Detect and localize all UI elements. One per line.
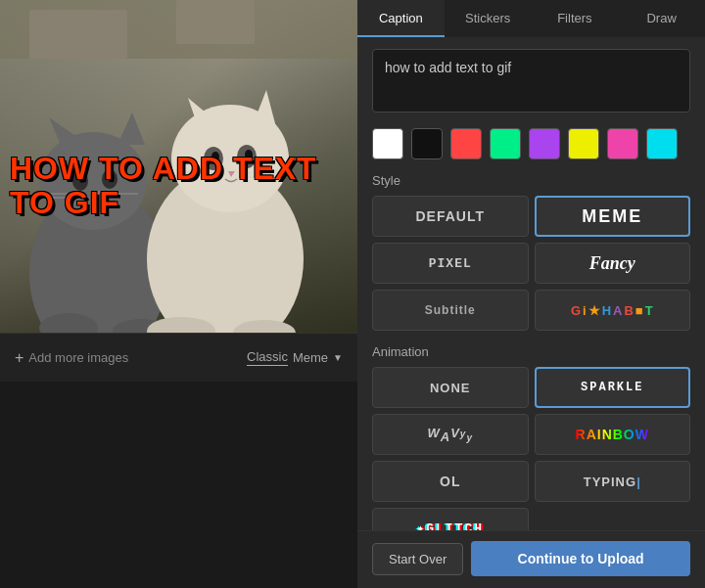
anim-ol-label: OL (440, 474, 460, 489)
anim-btn-none[interactable]: NONE (372, 367, 529, 408)
color-swatches (372, 128, 690, 159)
color-swatch-black[interactable] (411, 128, 443, 159)
style-grid: DEFAULT MEME PIXEL Fancy Subtitle Gi★HAB… (372, 196, 690, 331)
style-fancy-label: Fancy (589, 253, 635, 274)
anim-wavy-label: WAVyy (428, 428, 473, 442)
anim-btn-typing[interactable]: TYPING| (535, 461, 691, 502)
style-subtitle-label: Subtitle (425, 303, 476, 317)
style-btn-default[interactable]: DEFAULT (372, 196, 529, 237)
dropdown-arrow-icon: ▼ (333, 352, 343, 363)
start-over-button[interactable]: Start Over (372, 543, 463, 575)
tab-filters-label: Filters (557, 11, 591, 25)
color-swatch-purple[interactable] (529, 128, 560, 159)
gif-overlay-text: HOW TO ADD TEXT TO GIF (5, 152, 357, 220)
style-pixel-label: PIXEL (429, 256, 472, 271)
anim-none-label: NONE (430, 381, 471, 395)
tab-stickers[interactable]: Stickers (445, 0, 532, 37)
anim-btn-ol[interactable]: OL (372, 461, 529, 502)
color-swatch-red[interactable] (450, 128, 482, 159)
style-meme-label: Meme (293, 350, 328, 365)
style-meme-text-label: MEME (582, 206, 642, 227)
anim-btn-sparkle[interactable]: SPARKLE (535, 367, 691, 408)
svg-rect-4 (176, 0, 255, 44)
gif-preview: HOW TO ADD TEXT TO GIF (0, 0, 357, 333)
anim-glitch-label: ✦GLITCH (416, 520, 484, 530)
style-default-label: DEFAULT (415, 208, 485, 224)
tab-caption-label: Caption (379, 11, 423, 25)
tab-draw-label: Draw (646, 11, 676, 25)
continue-upload-button[interactable]: Continue to Upload (471, 541, 690, 576)
color-swatch-cyan[interactable] (646, 128, 678, 159)
right-panel: Caption Stickers Filters Draw how to add… (357, 0, 705, 588)
tab-draw[interactable]: Draw (618, 0, 705, 37)
style-btn-meme[interactable]: MEME (535, 196, 691, 237)
tab-stickers-label: Stickers (465, 11, 510, 25)
color-swatch-yellow[interactable] (568, 128, 599, 159)
style-btn-pixel[interactable]: PIXEL (372, 243, 529, 284)
tab-filters[interactable]: Filters (532, 0, 619, 37)
animation-section-label: Animation (372, 344, 690, 359)
style-alphabet-text: Gi★HAB■T (571, 303, 654, 318)
color-swatch-white[interactable] (372, 128, 403, 159)
color-swatch-pink[interactable] (607, 128, 638, 159)
anim-btn-rainbow[interactable]: RAINBOW (535, 414, 691, 455)
animation-grid: NONE SPARKLE WAVyy RAINBOW OL TYPIN (372, 367, 690, 530)
anim-btn-wavy[interactable]: WAVyy (372, 414, 529, 455)
plus-icon: + (15, 349, 24, 367)
bottom-toolbar: + Add more images Classic Meme ▼ (0, 333, 357, 382)
anim-sparkle-label: SPARKLE (581, 381, 643, 394)
add-more-label: Add more images (28, 350, 128, 365)
anim-typing-label: TYPING| (584, 475, 641, 489)
add-more-images[interactable]: + Add more images (15, 349, 128, 367)
color-swatch-green[interactable] (490, 128, 521, 159)
style-btn-subtitle[interactable]: Subtitle (372, 290, 529, 331)
caption-text-input[interactable]: how to add text to gif (372, 49, 690, 113)
panel-content: how to add text to gif Style DEFAULT MEM… (357, 37, 705, 530)
style-classic-label: Classic (247, 349, 288, 366)
anim-rainbow-label: RAINBOW (576, 427, 649, 442)
style-selector[interactable]: Classic Meme ▼ (247, 349, 343, 366)
style-btn-alphabet[interactable]: Gi★HAB■T (535, 290, 691, 331)
svg-rect-3 (29, 10, 127, 59)
anim-btn-glitch[interactable]: ✦GLITCH (372, 508, 529, 530)
style-btn-fancy[interactable]: Fancy (535, 243, 691, 284)
tab-caption[interactable]: Caption (357, 0, 445, 37)
style-section-label: Style (372, 173, 690, 188)
bottom-buttons: Start Over Continue to Upload (357, 530, 705, 588)
tab-bar: Caption Stickers Filters Draw (357, 0, 705, 37)
left-panel: HOW TO ADD TEXT TO GIF + Add more images… (0, 0, 357, 588)
